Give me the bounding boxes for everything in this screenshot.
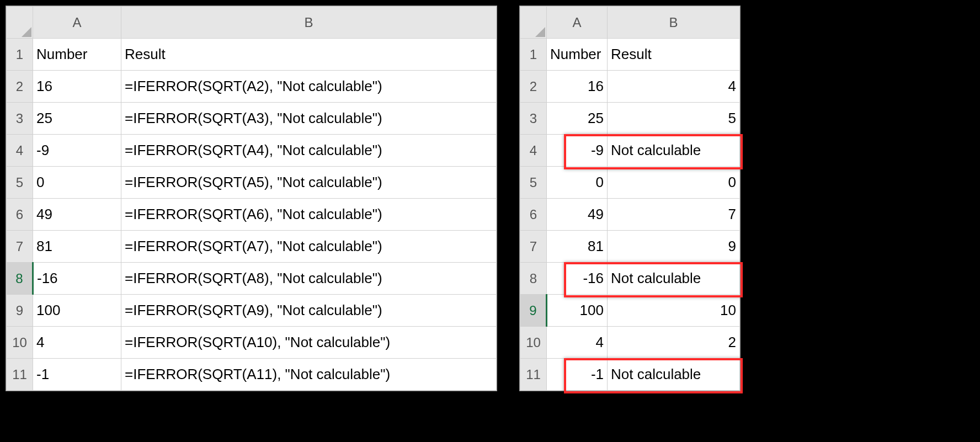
table-row: 7 81 9 bbox=[520, 231, 740, 263]
cell[interactable]: 0 bbox=[547, 167, 608, 199]
select-all-corner[interactable] bbox=[520, 7, 547, 39]
cell[interactable]: 4 bbox=[33, 327, 121, 359]
cell[interactable]: 0 bbox=[608, 167, 740, 199]
table-row: 11 -1 =IFERROR(SQRT(A11), "Not calculabl… bbox=[7, 359, 497, 391]
cell[interactable]: =IFERROR(SQRT(A10), "Not calculable") bbox=[121, 327, 497, 359]
row-header[interactable]: 5 bbox=[520, 167, 547, 199]
cell[interactable]: 2 bbox=[608, 327, 740, 359]
table-row: 6 49 7 bbox=[520, 199, 740, 231]
cell[interactable]: -1 bbox=[33, 359, 121, 391]
cell[interactable]: 25 bbox=[33, 103, 121, 135]
row-header[interactable]: 10 bbox=[7, 327, 33, 359]
cell[interactable]: 16 bbox=[33, 71, 121, 103]
table-row: 1 Number Result bbox=[520, 39, 740, 71]
cell[interactable]: =IFERROR(SQRT(A3), "Not calculable") bbox=[121, 103, 497, 135]
select-all-corner[interactable] bbox=[7, 7, 33, 39]
grid-right[interactable]: A B 1 Number Result 2 16 4 3 25 5 4 -9 N… bbox=[520, 6, 740, 391]
cell[interactable]: Result bbox=[121, 39, 497, 71]
table-row: 4 -9 Not calculable bbox=[520, 135, 740, 167]
cell[interactable]: =IFERROR(SQRT(A7), "Not calculable") bbox=[121, 231, 497, 263]
table-row: 5 0 =IFERROR(SQRT(A5), "Not calculable") bbox=[7, 167, 497, 199]
row-header[interactable]: 9 bbox=[520, 295, 547, 327]
row-header[interactable]: 9 bbox=[7, 295, 33, 327]
row-header[interactable]: 4 bbox=[7, 135, 33, 167]
cell[interactable]: -9 bbox=[547, 135, 608, 167]
cell[interactable]: =IFERROR(SQRT(A9), "Not calculable") bbox=[121, 295, 497, 327]
col-header-B[interactable]: B bbox=[608, 7, 740, 39]
cell[interactable]: Not calculable bbox=[608, 135, 740, 167]
table-row: 1 Number Result bbox=[7, 39, 497, 71]
cell[interactable]: Not calculable bbox=[608, 359, 740, 391]
cell[interactable]: =IFERROR(SQRT(A11), "Not calculable") bbox=[121, 359, 497, 391]
cell[interactable]: Result bbox=[608, 39, 740, 71]
cell[interactable]: 7 bbox=[608, 199, 740, 231]
row-header[interactable]: 8 bbox=[7, 263, 33, 295]
cell[interactable]: 49 bbox=[33, 199, 121, 231]
cell[interactable]: 10 bbox=[608, 295, 740, 327]
table-row: 2 16 4 bbox=[520, 71, 740, 103]
row-header[interactable]: 2 bbox=[7, 71, 33, 103]
spreadsheet-right: A B 1 Number Result 2 16 4 3 25 5 4 -9 N… bbox=[519, 6, 741, 391]
cell[interactable]: =IFERROR(SQRT(A6), "Not calculable") bbox=[121, 199, 497, 231]
row-header[interactable]: 7 bbox=[7, 231, 33, 263]
grid-left[interactable]: A B 1 Number Result 2 16 =IFERROR(SQRT(A… bbox=[6, 6, 497, 391]
cell[interactable]: 81 bbox=[33, 231, 121, 263]
cell[interactable]: Number bbox=[547, 39, 608, 71]
row-header[interactable]: 4 bbox=[520, 135, 547, 167]
row-header[interactable]: 5 bbox=[7, 167, 33, 199]
row-header[interactable]: 2 bbox=[520, 71, 547, 103]
cell[interactable]: 16 bbox=[547, 71, 608, 103]
table-row: 10 4 2 bbox=[520, 327, 740, 359]
row-header[interactable]: 8 bbox=[520, 263, 547, 295]
col-header-A[interactable]: A bbox=[547, 7, 608, 39]
table-row: 6 49 =IFERROR(SQRT(A6), "Not calculable"… bbox=[7, 199, 497, 231]
row-header[interactable]: 3 bbox=[7, 103, 33, 135]
cell[interactable]: =IFERROR(SQRT(A8), "Not calculable") bbox=[121, 263, 497, 295]
table-row: 7 81 =IFERROR(SQRT(A7), "Not calculable"… bbox=[7, 231, 497, 263]
row-header[interactable]: 11 bbox=[7, 359, 33, 391]
col-header-A[interactable]: A bbox=[33, 7, 121, 39]
col-header-B[interactable]: B bbox=[121, 7, 497, 39]
table-row: 11 -1 Not calculable bbox=[520, 359, 740, 391]
row-header[interactable]: 3 bbox=[520, 103, 547, 135]
table-row: 8 -16 =IFERROR(SQRT(A8), "Not calculable… bbox=[7, 263, 497, 295]
cell[interactable]: 9 bbox=[608, 231, 740, 263]
row-header[interactable]: 10 bbox=[520, 327, 547, 359]
cell[interactable]: -1 bbox=[547, 359, 608, 391]
row-header[interactable]: 6 bbox=[520, 199, 547, 231]
cell[interactable]: =IFERROR(SQRT(A5), "Not calculable") bbox=[121, 167, 497, 199]
cell[interactable]: -9 bbox=[33, 135, 121, 167]
cell[interactable]: 25 bbox=[547, 103, 608, 135]
cell[interactable]: 5 bbox=[608, 103, 740, 135]
spreadsheet-left: A B 1 Number Result 2 16 =IFERROR(SQRT(A… bbox=[6, 6, 497, 391]
cell[interactable]: 4 bbox=[608, 71, 740, 103]
table-row: 4 -9 =IFERROR(SQRT(A4), "Not calculable"… bbox=[7, 135, 497, 167]
row-header[interactable]: 6 bbox=[7, 199, 33, 231]
cell[interactable]: =IFERROR(SQRT(A4), "Not calculable") bbox=[121, 135, 497, 167]
table-row: 3 25 5 bbox=[520, 103, 740, 135]
row-header[interactable]: 7 bbox=[520, 231, 547, 263]
cell[interactable]: 0 bbox=[33, 167, 121, 199]
cell[interactable]: -16 bbox=[547, 263, 608, 295]
table-row: 10 4 =IFERROR(SQRT(A10), "Not calculable… bbox=[7, 327, 497, 359]
cell[interactable]: 4 bbox=[547, 327, 608, 359]
table-row: 3 25 =IFERROR(SQRT(A3), "Not calculable"… bbox=[7, 103, 497, 135]
cell[interactable]: -16 bbox=[33, 263, 121, 295]
cell[interactable]: 49 bbox=[547, 199, 608, 231]
cell[interactable]: Not calculable bbox=[608, 263, 740, 295]
table-row: 9 100 =IFERROR(SQRT(A9), "Not calculable… bbox=[7, 295, 497, 327]
row-header[interactable]: 11 bbox=[520, 359, 547, 391]
cell[interactable]: 100 bbox=[547, 295, 608, 327]
cell[interactable]: 81 bbox=[547, 231, 608, 263]
row-header[interactable]: 1 bbox=[520, 39, 547, 71]
row-header[interactable]: 1 bbox=[7, 39, 33, 71]
table-row: 5 0 0 bbox=[520, 167, 740, 199]
table-row: 2 16 =IFERROR(SQRT(A2), "Not calculable"… bbox=[7, 71, 497, 103]
table-row: 8 -16 Not calculable bbox=[520, 263, 740, 295]
cell[interactable]: Number bbox=[33, 39, 121, 71]
table-row: 9 100 10 bbox=[520, 295, 740, 327]
cell[interactable]: =IFERROR(SQRT(A2), "Not calculable") bbox=[121, 71, 497, 103]
cell[interactable]: 100 bbox=[33, 295, 121, 327]
